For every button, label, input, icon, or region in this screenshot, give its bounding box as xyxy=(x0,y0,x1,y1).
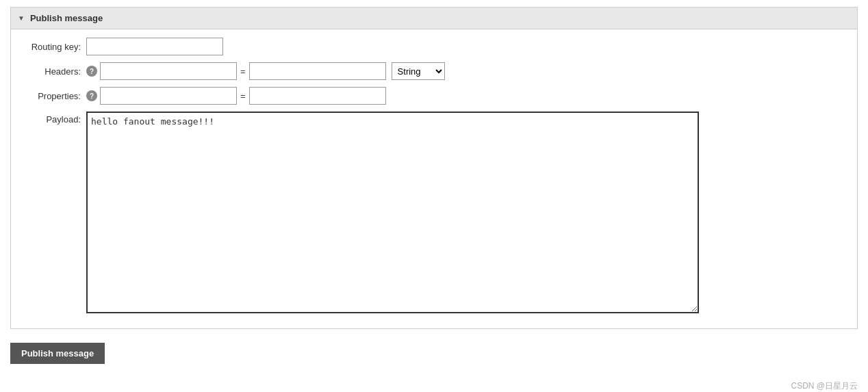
panel-title: Publish message xyxy=(30,13,103,23)
headers-eq-sign: = xyxy=(240,66,246,77)
properties-label: Properties: xyxy=(18,91,86,101)
properties-help-icon[interactable]: ? xyxy=(86,90,97,101)
properties-value-input[interactable] xyxy=(249,87,386,105)
watermark: CSDN @日星月云 xyxy=(791,380,858,392)
headers-type-select[interactable]: String Number Boolean xyxy=(392,62,445,80)
collapse-arrow-icon[interactable]: ▼ xyxy=(18,14,25,22)
properties-key-input[interactable] xyxy=(100,87,237,105)
headers-key-input[interactable] xyxy=(100,62,237,80)
payload-textarea[interactable]: hello fanout message!!! xyxy=(86,112,699,313)
headers-row: Headers: ? = String Number Boolean xyxy=(18,62,850,80)
headers-value-input[interactable] xyxy=(249,62,386,80)
headers-help-icon[interactable]: ? xyxy=(86,66,97,77)
payload-row: Payload: hello fanout message!!! xyxy=(18,112,850,313)
page-container: ▼ Publish message Routing key: Headers: … xyxy=(0,7,868,392)
panel-body: Routing key: Headers: ? = String Number … xyxy=(11,29,857,328)
properties-row: Properties: ? = xyxy=(18,87,850,105)
panel-header: ▼ Publish message xyxy=(11,8,857,29)
routing-key-row: Routing key: xyxy=(18,38,850,55)
routing-key-input[interactable] xyxy=(86,38,223,55)
publish-message-button[interactable]: Publish message xyxy=(10,343,105,364)
payload-label: Payload: xyxy=(18,112,86,125)
publish-message-panel: ▼ Publish message Routing key: Headers: … xyxy=(10,7,858,329)
routing-key-label: Routing key: xyxy=(18,42,86,52)
properties-eq-sign: = xyxy=(240,91,246,101)
headers-label: Headers: xyxy=(18,66,86,77)
